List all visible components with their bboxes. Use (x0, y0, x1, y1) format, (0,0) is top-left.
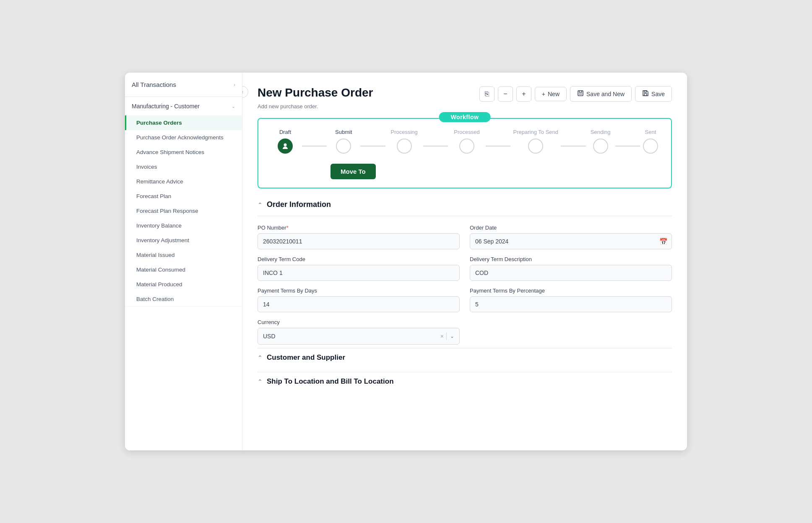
delivery-term-desc-group: Delivery Term Description (470, 256, 672, 281)
sidebar-section-manufacturing: Manufacturing - Customer ⌄ Purchase Orde… (125, 97, 242, 307)
step-line-5 (561, 146, 586, 146)
sidebar-item-material-issued[interactable]: Material Issued (125, 248, 242, 262)
sidebar: All Transactions › Manufacturing - Custo… (125, 73, 242, 450)
save-and-new-button[interactable]: Save and New (570, 86, 632, 102)
order-date-label: Order Date (470, 225, 672, 231)
new-button[interactable]: + New (535, 87, 567, 101)
sidebar-item-remittance[interactable]: Remittance Advice (125, 174, 242, 189)
ship-bill-section: ⌃ Ship To Location and Bill To Location (258, 372, 672, 391)
po-number-input[interactable] (258, 233, 460, 249)
plus-icon: + (542, 91, 545, 97)
sidebar-item-po-acknowledgments[interactable]: Purchase Order Acknowledgments (125, 130, 242, 145)
order-information-title: Order Information (267, 200, 331, 209)
delivery-term-desc-input[interactable] (470, 265, 672, 281)
payment-terms-pct-label: Payment Terms By Percentage (470, 288, 672, 294)
delivery-term-code-label: Delivery Term Code (258, 256, 460, 262)
payment-terms-pct-group: Payment Terms By Percentage (470, 288, 672, 312)
payment-terms-pct-input[interactable] (470, 296, 672, 312)
step-label-processing: Processing (391, 129, 418, 135)
minus-button[interactable]: − (498, 86, 513, 102)
step-label-processed: Processed (454, 129, 479, 135)
order-info-collapse-icon[interactable]: ⌃ (258, 201, 263, 208)
order-information-section: ⌃ Order Information PO Number* Order Dat… (258, 200, 672, 345)
step-label-submit: Submit (335, 129, 352, 135)
ship-bill-collapse-icon[interactable]: ⌃ (258, 378, 263, 385)
currency-label: Currency (258, 319, 460, 325)
customer-supplier-title: Customer and Supplier (267, 353, 345, 362)
sidebar-item-batch-creation[interactable]: Batch Creation (125, 292, 242, 306)
currency-value: USD (263, 333, 440, 340)
chevron-down-icon: ⌄ (232, 104, 235, 109)
customer-supplier-section: ⌃ Customer and Supplier (258, 348, 672, 367)
payment-terms-days-label: Payment Terms By Days (258, 288, 460, 294)
currency-group: Currency USD × ⌄ (258, 319, 460, 345)
customer-supplier-collapse-icon[interactable]: ⌃ (258, 354, 263, 361)
page-subtitle: Add new purchase order. (258, 103, 672, 110)
step-circle-sending (593, 139, 608, 154)
main-content: ‹ New Purchase Order ⎘ − + + New (242, 73, 687, 450)
calendar-icon: 📅 (659, 238, 668, 246)
svg-point-3 (284, 144, 287, 146)
ship-bill-title: Ship To Location and Bill To Location (267, 377, 394, 386)
chevron-down-icon: ⌄ (450, 333, 454, 339)
svg-rect-1 (644, 94, 647, 96)
copy-button[interactable]: ⎘ (479, 86, 494, 102)
sidebar-collapse-button[interactable]: ‹ (242, 86, 248, 98)
step-circle-preparing (528, 139, 543, 154)
step-line-2 (360, 146, 385, 146)
page-title: New Purchase Order (258, 86, 373, 99)
step-label-sending: Sending (591, 129, 611, 135)
step-circle-processing (397, 139, 412, 154)
sidebar-item-purchase-orders[interactable]: Purchase Orders (125, 115, 242, 130)
order-date-wrapper: 📅 (470, 233, 672, 249)
workflow-container: Workflow Draft Submit Processing Process… (258, 118, 672, 188)
sidebar-item-forecast-plan-response[interactable]: Forecast Plan Response (125, 204, 242, 218)
save-button[interactable]: Save (635, 86, 672, 102)
workflow-label: Workflow (439, 112, 491, 122)
po-number-group: PO Number* (258, 225, 460, 249)
currency-select[interactable]: USD × ⌄ (258, 328, 460, 345)
po-number-label: PO Number* (258, 225, 460, 231)
plus-button[interactable]: + (516, 86, 531, 102)
step-circle-draft (278, 139, 293, 154)
save-new-icon (577, 90, 584, 98)
step-line-4 (486, 146, 510, 146)
select-divider (446, 332, 447, 340)
step-label-preparing: Preparing To Send (513, 129, 558, 135)
currency-clear-icon[interactable]: × (440, 333, 444, 340)
customer-supplier-header[interactable]: ⌃ Customer and Supplier (258, 348, 672, 367)
sidebar-item-advance-shipment[interactable]: Advance Shipment Notices (125, 145, 242, 160)
sidebar-item-inventory-adjustment[interactable]: Inventory Adjustment (125, 233, 242, 248)
delivery-term-code-group: Delivery Term Code (258, 256, 460, 281)
payment-terms-days-input[interactable] (258, 296, 460, 312)
page-header: New Purchase Order ⎘ − + + New (258, 86, 672, 102)
order-date-input[interactable] (470, 233, 672, 249)
svg-rect-2 (644, 91, 646, 92)
order-date-group: Order Date 📅 (470, 225, 672, 249)
sidebar-item-invoices[interactable]: Invoices (125, 160, 242, 174)
sidebar-items-list: Purchase Orders Purchase Order Acknowled… (125, 115, 242, 306)
step-circle-processed (459, 139, 474, 154)
sidebar-item-forecast-plan[interactable]: Forecast Plan (125, 189, 242, 204)
step-circle-submit (336, 139, 351, 154)
step-circle-sent (643, 139, 658, 154)
step-label-draft: Draft (279, 129, 291, 135)
ship-bill-header[interactable]: ⌃ Ship To Location and Bill To Location (258, 372, 672, 391)
title-area: New Purchase Order (258, 86, 373, 99)
sidebar-item-inventory-balance[interactable]: Inventory Balance (125, 218, 242, 233)
sidebar-item-material-produced[interactable]: Material Produced (125, 277, 242, 292)
move-to-button[interactable]: Move To (331, 164, 376, 179)
step-line-3 (423, 146, 448, 146)
chevron-right-icon: › (234, 82, 235, 88)
svg-rect-0 (578, 91, 583, 96)
save-icon (642, 90, 649, 98)
all-transactions-nav[interactable]: All Transactions › (125, 73, 242, 97)
delivery-term-code-input[interactable] (258, 265, 460, 281)
delivery-term-desc-label: Delivery Term Description (470, 256, 672, 262)
order-information-header: ⌃ Order Information (258, 200, 672, 209)
payment-terms-days-group: Payment Terms By Days (258, 288, 460, 312)
all-transactions-label: All Transactions (132, 81, 176, 88)
sidebar-item-material-consumed[interactable]: Material Consumed (125, 262, 242, 277)
manufacturing-section-toggle[interactable]: Manufacturing - Customer ⌄ (125, 97, 242, 115)
step-line-1 (302, 146, 327, 146)
